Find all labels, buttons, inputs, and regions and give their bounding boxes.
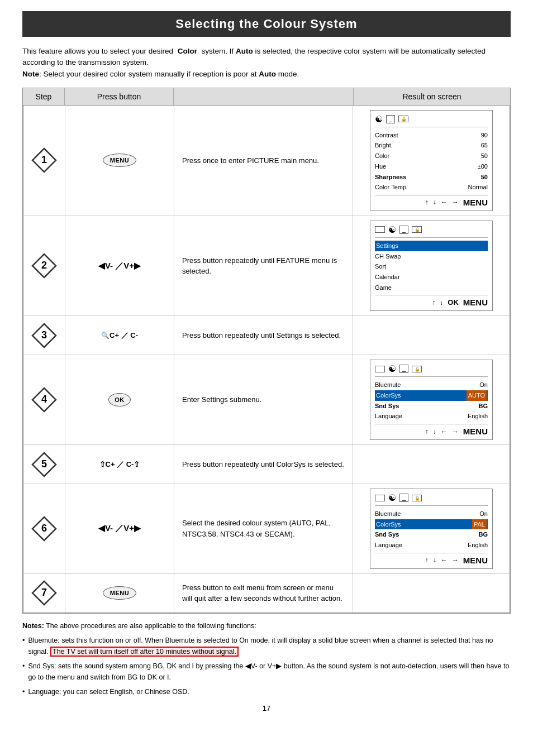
nav-button-6[interactable]: ◀V- ／V+▶	[98, 523, 141, 534]
step-1-result: ☯ ⎯ 🔒 Contrast90 Bright.65 Color50 Hue±0…	[353, 106, 510, 216]
step-4-num: 4	[23, 355, 65, 444]
step-1-button: MENU	[65, 106, 174, 216]
table-header: Step Press button Result on screen	[23, 88, 510, 106]
table-row: 7 MENU Press button to exit menu from sc…	[23, 574, 510, 613]
svg-text:3: 3	[41, 329, 47, 341]
step-6-result: ☯ ⎯ 🔒 BluemuteOn ColorSysPAL Snd SysBG L…	[353, 484, 510, 573]
step-4-desc: Enter Settings submenu.	[174, 355, 353, 444]
step-3-num: 3	[23, 316, 65, 355]
ch-button-3[interactable]: 🔍C+ ／ C-	[101, 331, 138, 341]
table-row: 3 🔍C+ ／ C- Press button repeatedly until…	[23, 316, 510, 355]
step-4-button: OK	[65, 355, 174, 444]
svg-text:4: 4	[41, 394, 47, 405]
step-5-desc: Press button repeatedly until ColorSys i…	[174, 445, 353, 484]
ch-button-5[interactable]: ⇧C+ ／ C-⇧	[99, 460, 140, 470]
step-5-button: ⇧C+ ／ C-⇧	[65, 445, 174, 484]
svg-text:1: 1	[41, 154, 47, 165]
step-2-button: ◀V- ／V+▶	[65, 216, 174, 315]
note-item-3: • Language: you can select English, or C…	[22, 686, 511, 697]
step-6-num: 6	[23, 484, 65, 573]
header-desc-spacer	[174, 88, 354, 105]
notes-heading: Notes:	[22, 622, 44, 630]
step-7-button: MENU	[65, 574, 174, 613]
header-result: Result on screen	[354, 88, 510, 105]
note-item-2: • Snd Sys: sets the sound system among B…	[22, 661, 511, 683]
table-row: 5 ⇧C+ ／ C-⇧ Press button repeatedly unti…	[23, 445, 510, 484]
step-1-num: 1	[23, 106, 65, 216]
note-item-1: • Bluemute: sets this function on or off…	[22, 635, 511, 657]
highlight-text: The TV set will turn itself off after 10…	[50, 647, 239, 657]
step-6-desc: Select the desired colour system (AUTO, …	[174, 484, 353, 573]
step-6-button: ◀V- ／V+▶	[65, 484, 174, 573]
page-number: 17	[22, 704, 511, 712]
svg-text:7: 7	[41, 587, 47, 598]
header-press: Press button	[65, 88, 174, 105]
step-2-desc: Press button repeatedly until FEATURE me…	[174, 216, 353, 315]
table-row: 2 ◀V- ／V+▶ Press button repeatedly until…	[23, 216, 510, 316]
notes-section: Notes: The above procedures are also app…	[22, 620, 511, 697]
step-2-3-result: ☯ ⎯ 🔒 Settings CH Swap Sort Calendar Gam…	[353, 216, 510, 315]
step-7-result-empty	[353, 574, 510, 613]
step-3-result-empty	[353, 316, 510, 355]
step-3-button: 🔍C+ ／ C-	[65, 316, 174, 355]
step-1-desc: Press once to enter PICTURE main menu.	[174, 106, 353, 216]
table-row: 4 OK Enter Settings submenu. ☯ ⎯ 🔒	[23, 355, 510, 445]
header-step: Step	[23, 88, 65, 105]
step-5-result-empty	[353, 445, 510, 484]
table-row: 6 ◀V- ／V+▶ Select the desired colour sys…	[23, 484, 510, 574]
page-title: Selecting the Colour System	[22, 11, 511, 37]
menu-button-1[interactable]: MENU	[103, 154, 136, 167]
svg-text:5: 5	[41, 458, 47, 470]
step-5-num: 5	[23, 445, 65, 484]
step-2-num: 2	[23, 216, 65, 315]
table-row: 1 MENU Press once to enter PICTURE main …	[23, 106, 510, 216]
step-7-desc: Press button to exit menu from screen or…	[174, 574, 353, 613]
intro-text: This feature allows you to select your d…	[22, 46, 511, 80]
step-7-num: 7	[23, 574, 65, 613]
ok-button-4[interactable]: OK	[108, 393, 131, 406]
nav-button-2[interactable]: ◀V- ／V+▶	[98, 261, 141, 271]
steps-table: Step Press button Result on screen 1 MEN…	[22, 88, 511, 614]
notes-intro: The above procedures are also applicable…	[44, 622, 256, 630]
step-4-result: ☯ ⎯ 🔒 BluemuteOn ColorSysAUTO Snd SysBG …	[353, 355, 510, 444]
menu-button-7[interactable]: MENU	[103, 586, 136, 600]
svg-text:6: 6	[41, 523, 47, 534]
svg-text:2: 2	[41, 260, 47, 271]
step-3-desc: Press button repeatedly until Settings i…	[174, 316, 353, 355]
